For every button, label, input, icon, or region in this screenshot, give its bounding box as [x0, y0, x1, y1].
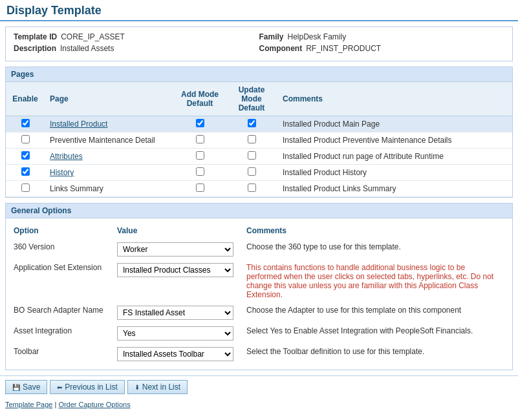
add-mode-checkbox[interactable] [196, 119, 204, 127]
next-button[interactable]: ⬇ Next in List [127, 380, 188, 394]
general-options-header: General Options [6, 204, 512, 218]
update-mode-cell [226, 149, 277, 165]
add-mode-checkbox[interactable] [196, 184, 204, 192]
previous-label: Previous in List [65, 383, 117, 392]
col-comments-header2: Comments [246, 224, 504, 239]
option-comment: Choose the Adapter to use for this templ… [246, 302, 504, 323]
add-mode-cell [174, 132, 226, 149]
page-name-cell: History [45, 165, 174, 181]
enable-cell [6, 116, 45, 132]
enable-checkbox[interactable] [21, 184, 30, 192]
family-value: HelpDesk Family [288, 32, 347, 41]
previous-button[interactable]: ⬅ Previous in List [50, 380, 124, 394]
comments-cell: Installed Product Links Summary [277, 181, 512, 197]
add-mode-checkbox[interactable] [196, 135, 204, 143]
order-capture-link[interactable]: Order Capture Options [58, 401, 130, 408]
page-name-cell: Installed Product [45, 116, 174, 132]
template-page-link[interactable]: Template Page [5, 401, 52, 408]
general-options-section: General Options Option Value Comments 36… [5, 203, 513, 370]
comments-cell: Installed Product Preventive Maintenance… [277, 132, 512, 149]
template-info-section: Template ID CORE_IP_ASSET Family HelpDes… [5, 26, 513, 61]
description-value: Installed Assets [60, 44, 114, 53]
update-mode-checkbox[interactable] [248, 151, 256, 160]
template-id-value: CORE_IP_ASSET [61, 32, 125, 41]
page-title: Display Template [0, 0, 518, 21]
col-page-header: Page [45, 82, 174, 116]
option-label: Toolbar [14, 344, 117, 364]
enable-checkbox[interactable] [21, 167, 30, 176]
footer-bar: 💾 Save ⬅ Previous in List ⬇ Next in List [0, 375, 518, 398]
comments-cell: Installed Product run page of Attribute … [277, 149, 512, 165]
page-link[interactable]: History [50, 168, 74, 177]
col-option-header: Option [14, 224, 117, 239]
page-name-cell: Preventive Maintenance Detail [45, 132, 174, 149]
update-mode-checkbox[interactable] [248, 119, 256, 127]
enable-checkbox[interactable] [21, 151, 30, 160]
next-label: Next in List [142, 383, 180, 392]
option-select[interactable]: WorkerStandardAdvanced [117, 242, 233, 257]
option-row: BO Search Adapter NameFS Installed Asset… [14, 302, 504, 323]
page-link[interactable]: Attributes [50, 152, 83, 161]
page-name-cell: Attributes [45, 149, 174, 165]
option-row: Application Set ExtensionInstalled Produ… [14, 260, 504, 302]
option-select[interactable]: Installed Product ClassesNoneCustom [117, 263, 233, 277]
option-select[interactable]: Installed Assets ToolbarNoneCustom [117, 347, 233, 361]
pages-table: Enable Page Add ModeDefault Update ModeD… [6, 82, 512, 197]
table-row: Preventive Maintenance DetailInstalled P… [6, 132, 512, 149]
option-comment: This contains functions to handle additi… [246, 260, 504, 302]
family-label: Family [259, 32, 284, 41]
option-row: ToolbarInstalled Assets ToolbarNoneCusto… [14, 344, 504, 364]
enable-checkbox[interactable] [21, 135, 30, 143]
add-mode-checkbox[interactable] [196, 151, 204, 160]
comments-cell: Installed Product History [277, 165, 512, 181]
enable-cell [6, 149, 45, 165]
table-row: Installed ProductInstalled Product Main … [6, 116, 512, 132]
option-comment: Select the Toolbar definition to use for… [246, 344, 504, 364]
option-value-cell: Installed Product ClassesNoneCustom [117, 260, 246, 302]
option-value-cell: WorkerStandardAdvanced [117, 239, 246, 260]
update-mode-checkbox[interactable] [248, 135, 256, 143]
previous-icon: ⬅ [57, 384, 62, 391]
pages-section: Pages Enable Page Add ModeDefault Update… [5, 67, 513, 198]
page-link[interactable]: Installed Product [50, 120, 107, 129]
component-value: RF_INST_PRODUCT [306, 44, 381, 53]
option-select[interactable]: FS Installed AssetNoneCustom [117, 306, 233, 320]
enable-cell [6, 181, 45, 197]
option-label: 360 Version [14, 239, 117, 260]
update-mode-checkbox[interactable] [248, 167, 256, 176]
option-select[interactable]: YesNo [117, 326, 233, 341]
description-label: Description [14, 44, 56, 53]
add-mode-cell [174, 149, 226, 165]
option-comment: Choose the 360 type to use for this temp… [246, 239, 504, 260]
options-table: Option Value Comments 360 VersionWorkerS… [14, 224, 504, 364]
update-mode-cell [226, 181, 277, 197]
comments-cell: Installed Product Main Page [277, 116, 512, 132]
update-mode-checkbox[interactable] [248, 184, 256, 192]
add-mode-checkbox[interactable] [196, 167, 204, 176]
col-comments-header: Comments [277, 82, 512, 116]
enable-cell [6, 132, 45, 149]
update-mode-cell [226, 165, 277, 181]
template-id-label: Template ID [14, 32, 57, 41]
enable-cell [6, 165, 45, 181]
pages-section-header: Pages [6, 67, 512, 82]
table-row: Links SummaryInstalled Product Links Sum… [6, 181, 512, 197]
col-enable-header: Enable [6, 82, 45, 116]
save-button[interactable]: 💾 Save [5, 380, 47, 394]
option-comment: Select Yes to Enable Asset Integration w… [246, 323, 504, 344]
table-row: AttributesInstalled Product run page of … [6, 149, 512, 165]
option-value-cell: FS Installed AssetNoneCustom [117, 302, 246, 323]
option-label: Application Set Extension [14, 260, 117, 302]
col-update-header: Update ModeDefault [226, 82, 277, 116]
add-mode-cell [174, 181, 226, 197]
page-name-cell: Links Summary [45, 181, 174, 197]
update-mode-cell [226, 116, 277, 132]
option-label: Asset Integration [14, 323, 117, 344]
save-label: Save [23, 383, 40, 392]
add-mode-cell [174, 165, 226, 181]
col-value-header: Value [117, 224, 246, 239]
save-icon: 💾 [12, 384, 20, 391]
option-label: BO Search Adapter Name [14, 302, 117, 323]
enable-checkbox[interactable] [21, 119, 30, 127]
option-value-cell: YesNo [117, 323, 246, 344]
